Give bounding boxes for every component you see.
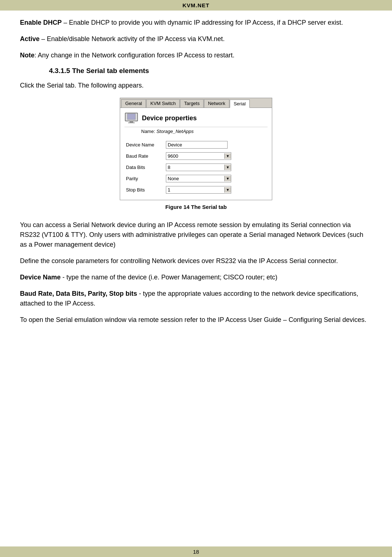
active-text: – Enable/disable Network activity of the… [40, 35, 225, 43]
label-baud-rate: Baud Rate [124, 150, 164, 162]
monitor-icon [124, 112, 138, 124]
section-heading: 4.3.1.5 The Serial tab elements [49, 67, 372, 75]
enable-dhcp-text: – Enable DHCP to provide you with dynami… [62, 19, 343, 26]
baud-rate-arrow: ▼ [224, 153, 231, 159]
baud-rate-bold: Baud Rate, Data Bits, Parity, Stop bits [20, 290, 137, 297]
input-cell-device-name [164, 139, 268, 150]
tab-serial[interactable]: Serial [230, 100, 250, 108]
body-para4: Baud Rate, Data Bits, Parity, Stop bits … [20, 289, 372, 308]
table-row: Device Name [124, 139, 268, 150]
input-cell-parity: None ▼ [164, 173, 268, 184]
label-parity: Parity [124, 173, 164, 184]
device-properties-header: Device properties [124, 112, 268, 127]
parity-select[interactable]: None ▼ [166, 175, 231, 182]
header-title: KVM.NET [183, 2, 210, 8]
body-para5: To open the Serial emulation window via … [20, 315, 372, 325]
note-text: : Any change in the Network configuratio… [34, 52, 234, 59]
baud-rate-select[interactable]: 9600 ▼ [166, 152, 231, 160]
form-table: Device Name Baud Rate 9600 ▼ [124, 139, 268, 195]
input-cell-stop-bits: 1 ▼ [164, 184, 268, 195]
figure-caption: Figure 14 The Serial tab [165, 204, 226, 210]
dialog-body: Device properties Name: Storage_NetApps … [120, 108, 272, 200]
device-name-row: Name: Storage_NetApps [124, 129, 268, 134]
data-bits-select[interactable]: 8 ▼ [166, 164, 231, 171]
stop-bits-select[interactable]: 1 ▼ [166, 186, 231, 194]
device-name-body-text: - type the name of the device (i.e. Powe… [61, 274, 277, 281]
svg-rect-2 [130, 121, 133, 122]
data-bits-value: 8 [166, 164, 224, 171]
device-name-input[interactable] [166, 141, 228, 149]
parity-arrow: ▼ [224, 176, 231, 181]
stop-bits-value: 1 [166, 186, 224, 193]
table-row: Baud Rate 9600 ▼ [124, 150, 268, 162]
main-content: Enable DHCP – Enable DHCP to provide you… [0, 11, 392, 353]
para-enable-dhcp: Enable DHCP – Enable DHCP to provide you… [20, 18, 372, 28]
para-active: Active – Enable/disable Network activity… [20, 34, 372, 44]
device-name-value: Storage_NetApps [156, 129, 194, 134]
svg-rect-3 [128, 122, 135, 123]
tab-network[interactable]: Network [204, 99, 229, 108]
tabs-row: General KVM Switch Targets Network Seria… [120, 98, 272, 108]
header-bar: KVM.NET [0, 0, 392, 11]
table-row: Stop Bits 1 ▼ [124, 184, 268, 195]
dialog-box: General KVM Switch Targets Network Seria… [120, 98, 272, 200]
active-bold: Active [20, 35, 40, 43]
label-stop-bits: Stop Bits [124, 184, 164, 195]
input-cell-data-bits: 8 ▼ [164, 162, 268, 173]
page-number: 18 [193, 549, 199, 555]
label-device-name: Device Name [124, 139, 164, 150]
note-bold: Note [20, 52, 34, 59]
stop-bits-arrow: ▼ [224, 187, 231, 193]
intro-text: Click the Serial tab. The following appe… [20, 81, 372, 90]
device-properties-title: Device properties [142, 114, 197, 122]
footer-bar: 18 [0, 546, 392, 557]
svg-rect-1 [127, 114, 135, 120]
monitor-svg [124, 112, 138, 124]
tab-targets[interactable]: Targets [180, 99, 204, 108]
body-para1: You can access a Serial Network device d… [20, 220, 372, 250]
parity-value: None [166, 175, 224, 182]
enable-dhcp-bold: Enable DHCP [20, 19, 62, 26]
device-name-label: Name: [141, 129, 155, 134]
figure-container: General KVM Switch Targets Network Seria… [20, 98, 372, 217]
table-row: Parity None ▼ [124, 173, 268, 184]
table-row: Data Bits 8 ▼ [124, 162, 268, 173]
data-bits-arrow: ▼ [224, 165, 231, 170]
baud-rate-value: 9600 [166, 153, 224, 160]
label-data-bits: Data Bits [124, 162, 164, 173]
input-cell-baud-rate: 9600 ▼ [164, 150, 268, 162]
device-name-bold: Device Name [20, 274, 61, 281]
body-para2: Define the console parameters for contro… [20, 256, 372, 266]
tab-kvm-switch[interactable]: KVM Switch [146, 99, 180, 108]
para-note: Note: Any change in the Network configur… [20, 51, 372, 60]
body-para3: Device Name - type the name of the devic… [20, 273, 372, 282]
tab-general[interactable]: General [121, 99, 146, 108]
